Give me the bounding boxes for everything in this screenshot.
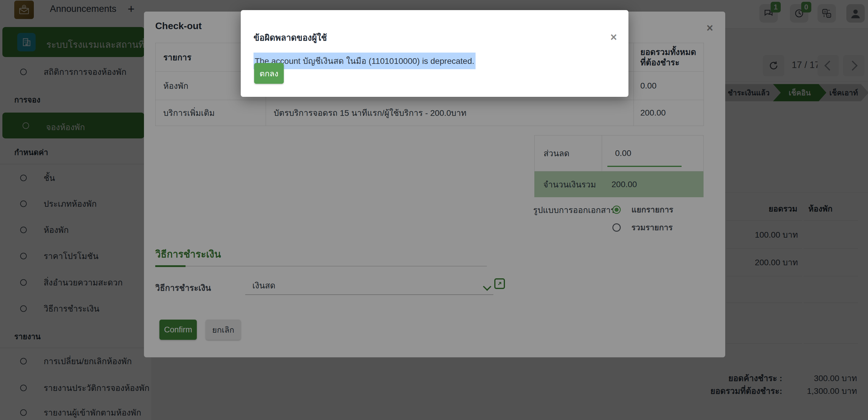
- error-dialog: ข้อผิดพลาดของผู้ใช้ × The account บัญชีเ…: [241, 10, 628, 97]
- close-icon[interactable]: ×: [610, 31, 617, 43]
- error-message-selected: The account บัญชีเงินสด ในมือ (110101000…: [253, 53, 475, 69]
- screen: Announcements + ระบบโรงแรมและสถานที่— สถ…: [0, 0, 868, 420]
- dialog-title: ข้อผิดพลาดของผู้ใช้: [253, 31, 327, 44]
- ok-button[interactable]: ตกลง: [254, 63, 284, 84]
